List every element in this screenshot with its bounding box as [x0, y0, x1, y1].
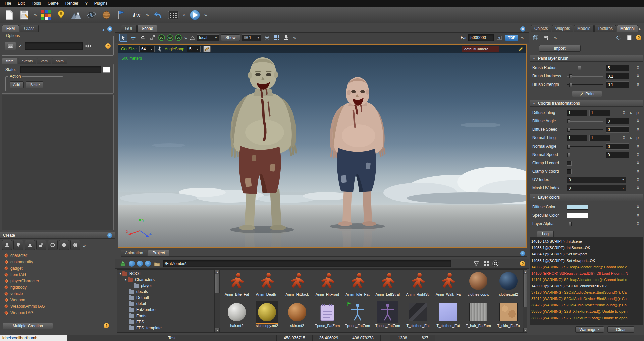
- subtab-anim[interactable]: anim: [52, 58, 67, 64]
- paste-button[interactable]: p: [636, 110, 639, 115]
- play-button[interactable]: [188, 8, 202, 22]
- uv-index-dropdown[interactable]: 0 ▼: [567, 177, 626, 183]
- tab-gui[interactable]: GUI: [121, 25, 137, 32]
- reset-button[interactable]: X: [623, 135, 625, 140]
- edit-camera-icon[interactable]: [518, 46, 524, 52]
- tab-project[interactable]: Project: [148, 250, 169, 256]
- scroll-up-icon[interactable]: ▲: [523, 269, 527, 274]
- tree-item-decals[interactable]: decals: [117, 289, 214, 295]
- menu-render[interactable]: Render: [62, 0, 82, 6]
- asset-anim-idle[interactable]: Anim_Idle_Fat: [342, 270, 373, 301]
- add-asset-button[interactable]: [119, 260, 127, 268]
- draw-mode-button[interactable]: [203, 46, 211, 52]
- diffuse-angle-slider[interactable]: [567, 119, 603, 124]
- list-item-customentity[interactable]: customentity: [2, 259, 114, 265]
- diffuse-tiling-v-input[interactable]: 1: [589, 110, 610, 116]
- tab-widgets[interactable]: Widgets: [552, 25, 573, 32]
- list-item-character[interactable]: character: [2, 252, 114, 259]
- create-help-icon[interactable]: ?: [104, 323, 109, 328]
- create-light-button[interactable]: [13, 240, 23, 250]
- drop-to-ground-button[interactable]: [282, 34, 290, 42]
- menu-file[interactable]: File: [1, 0, 14, 6]
- asset-clothes-copy[interactable]: clothes copy.: [463, 270, 493, 301]
- diffuse-color-swatch[interactable]: [567, 205, 588, 210]
- subtab-events[interactable]: events: [18, 58, 36, 64]
- scroll-up-icon[interactable]: ▲: [215, 269, 220, 274]
- colors-section-header[interactable]: ▼ Layer colors: [530, 194, 643, 201]
- list-item-itemtag[interactable]: ItemTAG: [2, 271, 114, 278]
- planet-button[interactable]: [100, 8, 113, 22]
- asset-anim-hitfront[interactable]: Anim_HitFront: [312, 270, 342, 301]
- save-button[interactable]: [18, 8, 31, 22]
- reset-button[interactable]: X: [637, 161, 639, 165]
- asset-tpose-notes[interactable]: Tpose_FatZom: [312, 301, 342, 333]
- brush-hardness-value[interactable]: 0.1: [606, 73, 629, 79]
- brush-strength-slider[interactable]: [567, 82, 603, 87]
- active-camera-box[interactable]: defaultCamera: [462, 46, 499, 52]
- menu-edit[interactable]: Edit: [14, 0, 28, 6]
- snap-toggle-button[interactable]: [263, 34, 271, 42]
- asset-skin[interactable]: skin.mt2: [282, 301, 312, 333]
- select-tool-button[interactable]: [119, 34, 127, 42]
- back-button[interactable]: ←: [129, 261, 135, 267]
- anglesnap-dropdown[interactable]: 5 ▼: [187, 46, 201, 52]
- close-scene-icon[interactable]: ✕: [520, 26, 525, 32]
- create-sphere-button[interactable]: [70, 240, 80, 250]
- entity-cube-button[interactable]: [39, 8, 53, 22]
- brush-radius-slider[interactable]: [567, 66, 603, 70]
- coord-space-dropdown[interactable]: local ▼: [197, 34, 219, 41]
- asset-texture-clothes[interactable]: T_clothes_Fat: [403, 301, 433, 333]
- reset-button[interactable]: X: [637, 177, 639, 182]
- scroll-track[interactable]: [523, 274, 527, 328]
- paint-button[interactable]: Paint: [572, 91, 602, 97]
- new-material-button[interactable]: [625, 34, 633, 42]
- tab-scene[interactable]: Scene: [137, 25, 157, 32]
- more-transform-icon[interactable]: »: [183, 35, 188, 41]
- more-view-tools-icon[interactable]: »: [292, 35, 297, 41]
- rotate-z-90-button[interactable]: 90: [175, 34, 182, 41]
- rotate-y-90-button[interactable]: 90: [167, 34, 173, 41]
- scroll-track[interactable]: [215, 274, 220, 328]
- material-settings-button[interactable]: [542, 34, 550, 42]
- scale-tool-button[interactable]: [149, 34, 157, 42]
- asset-anim-hitback[interactable]: Anim_HitBack: [282, 270, 312, 301]
- eye-icon[interactable]: [85, 44, 92, 48]
- reset-button[interactable]: X: [637, 82, 639, 87]
- asset-tpose-model[interactable]: Tpose_FatZom: [342, 301, 373, 333]
- diffuse-speed-value[interactable]: 0: [606, 126, 629, 133]
- scroll-thumb[interactable]: [523, 274, 527, 307]
- reset-button[interactable]: X: [637, 119, 639, 123]
- refresh-material-button[interactable]: [614, 34, 623, 42]
- reset-button[interactable]: X: [637, 186, 639, 190]
- gridsize-dropdown[interactable]: 64 ▼: [139, 46, 155, 52]
- tree-item-player[interactable]: player: [117, 283, 214, 289]
- options-text-input[interactable]: [25, 42, 83, 50]
- tab-models[interactable]: Models: [574, 25, 594, 32]
- matrix-button[interactable]: [167, 8, 180, 22]
- snapshot-button[interactable]: [495, 34, 503, 42]
- add-button[interactable]: Add: [10, 81, 24, 88]
- grid-toggle-button[interactable]: [273, 34, 281, 42]
- diffuse-speed-slider[interactable]: [567, 127, 603, 132]
- close-create-icon[interactable]: ✕: [107, 233, 112, 238]
- tree-expander-icon[interactable]: ▼: [124, 278, 128, 281]
- reset-button[interactable]: X: [637, 152, 639, 157]
- asset-tpose-model-dark[interactable]: Tpose_FatZom: [373, 301, 403, 333]
- scroll-thumb[interactable]: [215, 274, 220, 293]
- far-clip-input[interactable]: 5000000: [468, 34, 494, 41]
- more-camera-tools-icon[interactable]: »: [520, 35, 525, 41]
- list-item-vehicle[interactable]: vehicle: [2, 290, 114, 297]
- more-run-tools-icon[interactable]: »: [203, 12, 208, 18]
- coords-section-header[interactable]: ▼ Coords transformations: [530, 100, 643, 107]
- reset-button[interactable]: X: [637, 213, 639, 218]
- tree-item-default[interactable]: Default: [117, 295, 214, 301]
- tree-item-fps-template[interactable]: FPS_template: [117, 325, 214, 331]
- paste-button[interactable]: Paste: [26, 81, 43, 88]
- asset-anim-death[interactable]: Anim_Death_: [252, 270, 282, 301]
- normal-angle-slider[interactable]: [567, 144, 603, 149]
- more-material-tools-icon[interactable]: »: [553, 35, 558, 41]
- list-item-rigidbody[interactable]: rigidbody: [2, 284, 114, 290]
- normal-angle-value[interactable]: 0: [606, 143, 629, 150]
- close-panel-icon[interactable]: ✕: [107, 26, 112, 32]
- viewport-3d[interactable]: GridSize 64 ▼ AngleSnap 5 ▼ defaultCamer…: [118, 44, 527, 248]
